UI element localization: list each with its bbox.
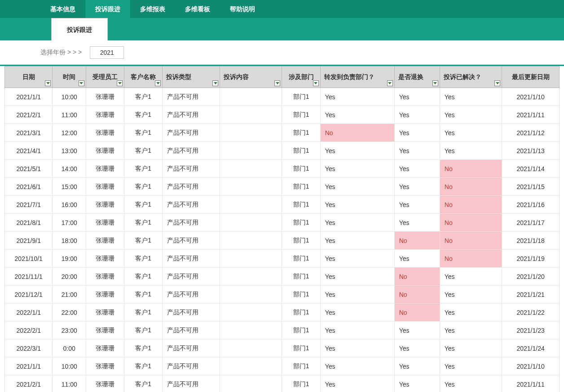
- nav-item-2[interactable]: 多维报表: [130, 0, 175, 18]
- cell-time: 10:00: [53, 357, 86, 375]
- cell-type: 产品不可用: [163, 322, 220, 339]
- cell-time: 11:00: [53, 375, 86, 392]
- filter-dropdown-icon[interactable]: [45, 80, 51, 86]
- col-header-4[interactable]: 投诉类型: [163, 66, 220, 88]
- cell-res: Yes: [440, 375, 502, 392]
- cell-date: 2022/2/1: [5, 322, 53, 339]
- filter-dropdown-icon[interactable]: [494, 80, 500, 86]
- cell-cont: [220, 322, 282, 339]
- filter-dropdown-icon[interactable]: [313, 80, 319, 86]
- cell-type: 产品不可用: [163, 304, 220, 322]
- cell-emp: 张珊珊: [86, 178, 124, 196]
- cell-res: Yes: [440, 124, 502, 142]
- cell-time: 14:00: [53, 160, 86, 178]
- filter-dropdown-icon[interactable]: [387, 80, 393, 86]
- cell-dept: 部门1: [282, 250, 320, 268]
- col-header-0[interactable]: 日期: [5, 66, 53, 88]
- cell-fwd: Yes: [320, 286, 394, 304]
- nav-item-1[interactable]: 投诉跟进: [85, 0, 130, 18]
- cell-time: 21:00: [53, 286, 86, 304]
- cell-cont: [220, 375, 282, 392]
- cell-time: 10:00: [53, 88, 86, 106]
- filter-dropdown-icon[interactable]: [274, 80, 280, 86]
- col-header-label: 最后更新日期: [512, 73, 550, 80]
- cell-fwd: Yes: [320, 178, 394, 196]
- cell-cust: 客户1: [124, 178, 163, 196]
- filter-dropdown-icon[interactable]: [117, 80, 123, 86]
- cell-date: 2021/2/1: [5, 106, 53, 124]
- cell-res: No: [440, 214, 502, 232]
- cell-ret: Yes: [394, 250, 440, 268]
- cell-ret: Yes: [394, 214, 440, 232]
- cell-cust: 客户1: [124, 357, 163, 375]
- cell-ret: No: [394, 268, 440, 286]
- cell-ret: Yes: [394, 124, 440, 142]
- col-header-5[interactable]: 投诉内容: [220, 66, 282, 88]
- col-header-3[interactable]: 客户名称: [124, 66, 163, 88]
- filter-dropdown-icon[interactable]: [155, 80, 161, 86]
- cell-fwd: Yes: [320, 339, 394, 357]
- cell-cust: 客户1: [124, 375, 163, 392]
- top-nav: 基本信息投诉跟进多维报表多维看板帮助说明: [0, 0, 564, 18]
- col-header-label: 投诉类型: [166, 73, 191, 80]
- cell-type: 产品不可用: [163, 357, 220, 375]
- cell-cust: 客户1: [124, 124, 163, 142]
- cell-dept: 部门1: [282, 357, 320, 375]
- cell-date: 2021/3/1: [5, 124, 53, 142]
- cell-time: 13:00: [53, 142, 86, 160]
- cell-emp: 张珊珊: [86, 304, 124, 322]
- cell-date: 2021/5/1: [5, 160, 53, 178]
- year-input[interactable]: [90, 46, 124, 59]
- cell-emp: 张珊珊: [86, 160, 124, 178]
- year-label: 选择年份 > > >: [40, 48, 82, 57]
- cell-time: 15:00: [53, 178, 86, 196]
- cell-time: 19:00: [53, 250, 86, 268]
- nav-item-0[interactable]: 基本信息: [40, 0, 85, 18]
- cell-ret: No: [394, 304, 440, 322]
- cell-cust: 客户1: [124, 286, 163, 304]
- filter-dropdown-icon[interactable]: [212, 80, 218, 86]
- col-header-10[interactable]: 最后更新日期: [502, 66, 560, 88]
- cell-type: 产品不可用: [163, 88, 220, 106]
- cell-dept: 部门1: [282, 339, 320, 357]
- cell-emp: 张珊珊: [86, 106, 124, 124]
- cell-ret: Yes: [394, 339, 440, 357]
- nav-item-4[interactable]: 帮助说明: [220, 0, 265, 18]
- cell-res: Yes: [440, 339, 502, 357]
- cell-res: Yes: [440, 142, 502, 160]
- col-header-6[interactable]: 涉及部门: [282, 66, 320, 88]
- cell-date: 2022/1/1: [5, 304, 53, 322]
- nav-item-3[interactable]: 多维看板: [175, 0, 220, 18]
- col-header-9[interactable]: 投诉已解决？: [440, 66, 502, 88]
- cell-emp: 张珊珊: [86, 124, 124, 142]
- cell-date: 2021/10/1: [5, 250, 53, 268]
- col-header-1[interactable]: 时间: [53, 66, 86, 88]
- col-header-7[interactable]: 转发到负责部门？: [320, 66, 394, 88]
- col-header-label: 涉及部门: [289, 73, 314, 80]
- cell-ret: Yes: [394, 322, 440, 339]
- cell-fwd: Yes: [320, 322, 394, 339]
- cell-type: 产品不可用: [163, 124, 220, 142]
- cell-emp: 张珊珊: [86, 214, 124, 232]
- cell-type: 产品不可用: [163, 178, 220, 196]
- col-header-2[interactable]: 受理员工: [86, 66, 124, 88]
- cell-emp: 张珊珊: [86, 250, 124, 268]
- cell-fwd: Yes: [320, 232, 394, 250]
- cell-cont: [220, 142, 282, 160]
- filter-dropdown-icon[interactable]: [432, 80, 438, 86]
- table-row: 2021/12/121:00张珊珊客户1产品不可用部门1YesNoYes2021…: [5, 286, 560, 304]
- cell-upd: 2021/1/24: [502, 339, 560, 357]
- cell-type: 产品不可用: [163, 214, 220, 232]
- cell-res: Yes: [440, 322, 502, 339]
- filter-dropdown-icon[interactable]: [79, 80, 84, 86]
- cell-ret: Yes: [394, 106, 440, 124]
- cell-date: 2021/4/1: [5, 142, 53, 160]
- col-header-8[interactable]: 是否退换: [394, 66, 440, 88]
- sub-tab-complaint-follow[interactable]: 投诉跟进: [51, 18, 108, 40]
- cell-date: 2021/12/1: [5, 286, 53, 304]
- cell-upd: 2021/1/14: [502, 160, 560, 178]
- cell-fwd: Yes: [320, 357, 394, 375]
- cell-type: 产品不可用: [163, 106, 220, 124]
- cell-fwd: Yes: [320, 250, 394, 268]
- cell-type: 产品不可用: [163, 196, 220, 214]
